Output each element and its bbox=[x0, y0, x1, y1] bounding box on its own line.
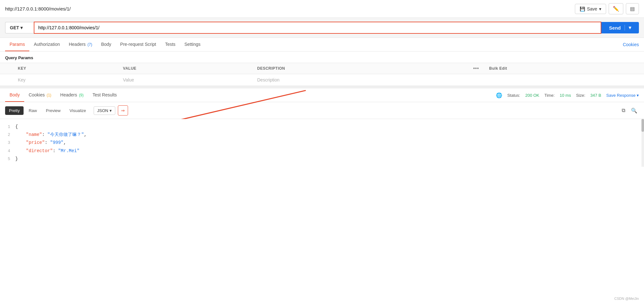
tab-body[interactable]: Body bbox=[97, 38, 116, 51]
response-tab-cookies[interactable]: Cookies (1) bbox=[24, 88, 56, 102]
line-content-5: } bbox=[15, 155, 644, 163]
checkbox-cell bbox=[0, 74, 13, 86]
method-select[interactable]: GET ▾ bbox=[5, 22, 34, 33]
line-number-2: 2 bbox=[0, 131, 15, 138]
save-label: Save bbox=[587, 6, 597, 11]
format-raw-button[interactable]: Raw bbox=[25, 106, 41, 115]
key-price: "price" bbox=[26, 140, 45, 145]
th-checkbox bbox=[0, 63, 13, 74]
cookies-link[interactable]: Cookies bbox=[623, 38, 639, 51]
save-icon: 💾 bbox=[580, 6, 585, 11]
format-visualize-button[interactable]: Visualize bbox=[66, 106, 90, 115]
comment-icon: ▤ bbox=[630, 6, 635, 11]
wrap-button[interactable]: ⇒ bbox=[118, 105, 128, 116]
code-line-3: 3 "price": "999", bbox=[0, 139, 644, 147]
tab-headers[interactable]: Headers (7) bbox=[64, 38, 97, 51]
response-tab-body[interactable]: Body bbox=[5, 88, 24, 102]
status-value: 200 OK bbox=[525, 93, 539, 98]
search-button[interactable]: 🔍 bbox=[629, 106, 639, 115]
right-icons: ⧉ 🔍 bbox=[619, 106, 639, 115]
colon-2: : bbox=[45, 140, 50, 145]
json-format-select[interactable]: JSON ▾ bbox=[94, 106, 115, 115]
method-caret-icon: ▾ bbox=[20, 25, 23, 30]
tab-params[interactable]: Params bbox=[5, 38, 29, 51]
status-label: Status: bbox=[507, 93, 520, 98]
code-line-2: 2 "name": "今天你做了嘛？", bbox=[0, 131, 644, 139]
tab-pre-request[interactable]: Pre-request Script bbox=[116, 38, 161, 51]
format-pretty-button[interactable]: Pretty bbox=[5, 106, 24, 115]
key-director: "director" bbox=[26, 148, 53, 153]
edit-icon: ✏️ bbox=[613, 6, 619, 11]
query-params-section: Query Params KEY VALUE DESCRIPTION ••• B… bbox=[0, 52, 644, 86]
th-description: DESCRIPTION bbox=[252, 63, 468, 74]
time-label: Time: bbox=[544, 93, 555, 98]
key-name: "name" bbox=[26, 132, 42, 137]
size-label: Size: bbox=[576, 93, 585, 98]
code-area: 1 { 2 "name": "今天你做了嘛？", 3 "price": "999… bbox=[0, 119, 644, 167]
top-bar: http://127.0.0.1:8000/movies/1/ 💾 Save ▾… bbox=[0, 0, 644, 18]
line-content-4: "director": "Mr.Mei" bbox=[15, 147, 644, 155]
save-button[interactable]: 💾 Save ▾ bbox=[575, 4, 606, 14]
response-area: Body Cookies (1) Headers (9) Test Result… bbox=[0, 86, 644, 167]
response-tab-headers[interactable]: Headers (9) bbox=[56, 88, 88, 102]
top-bar-actions: 💾 Save ▾ ✏️ ▤ bbox=[575, 3, 639, 14]
scrollbar-thumb bbox=[641, 119, 644, 132]
query-params-title: Query Params bbox=[0, 52, 644, 63]
json-label: JSON bbox=[97, 108, 108, 113]
val-director: "Mr.Mei" bbox=[58, 148, 79, 153]
th-value: VALUE bbox=[118, 63, 252, 74]
line-number-3: 3 bbox=[0, 139, 15, 146]
copy-icon: ⧉ bbox=[622, 108, 625, 113]
size-value: 347 B bbox=[590, 93, 601, 98]
copy-button[interactable]: ⧉ bbox=[619, 106, 628, 115]
line-number-5: 5 bbox=[0, 155, 15, 163]
val-price: "999" bbox=[50, 140, 63, 145]
format-preview-button[interactable]: Preview bbox=[42, 106, 64, 115]
line-content-1: { bbox=[15, 123, 644, 131]
tabs-bar: Params Authorization Headers (7) Body Pr… bbox=[0, 38, 644, 52]
code-line-1: 1 { bbox=[0, 123, 644, 131]
method-label: GET bbox=[10, 25, 19, 30]
params-table: KEY VALUE DESCRIPTION ••• Bulk Edit Key … bbox=[0, 63, 644, 86]
row-bulk bbox=[484, 74, 644, 86]
tab-settings[interactable]: Settings bbox=[180, 38, 205, 51]
time-value: 10 ms bbox=[560, 93, 571, 98]
send-button[interactable]: Send ▾ bbox=[601, 22, 639, 33]
description-placeholder[interactable]: Description bbox=[252, 74, 468, 86]
tab-authorization[interactable]: Authorization bbox=[29, 38, 64, 51]
line-number-1: 1 bbox=[0, 123, 15, 130]
url-input[interactable] bbox=[34, 22, 601, 34]
top-bar-url: http://127.0.0.1:8000/movies/1/ bbox=[5, 6, 71, 11]
send-divider bbox=[625, 25, 625, 31]
wrap-icon: ⇒ bbox=[121, 108, 125, 113]
colon-3: : bbox=[53, 148, 58, 153]
search-icon: 🔍 bbox=[631, 108, 637, 114]
params-placeholder-row: Key Value Description bbox=[0, 74, 644, 86]
send-caret-icon: ▾ bbox=[629, 25, 631, 31]
value-placeholder[interactable]: Value bbox=[118, 74, 252, 86]
th-bulk-edit[interactable]: Bulk Edit bbox=[484, 63, 644, 74]
tab-tests[interactable]: Tests bbox=[161, 38, 180, 51]
comment-button[interactable]: ▤ bbox=[626, 3, 639, 14]
key-placeholder[interactable]: Key bbox=[13, 74, 118, 86]
globe-icon: 🌐 bbox=[496, 92, 502, 98]
comma-1: , bbox=[84, 132, 87, 137]
th-actions: ••• bbox=[468, 63, 484, 74]
more-options-icon: ••• bbox=[473, 66, 479, 71]
val-name: "今天你做了嘛？" bbox=[47, 132, 84, 137]
response-tabs-bar: Body Cookies (1) Headers (9) Test Result… bbox=[0, 88, 644, 102]
code-line-4: 4 "director": "Mr.Mei" bbox=[0, 147, 644, 155]
edit-button[interactable]: ✏️ bbox=[609, 3, 623, 14]
line-content-3: "price": "999", bbox=[15, 139, 644, 147]
save-response-button[interactable]: Save Response ▾ bbox=[606, 93, 639, 98]
save-response-caret-icon: ▾ bbox=[637, 93, 639, 98]
comma-2: , bbox=[63, 140, 66, 145]
line-number-4: 4 bbox=[0, 147, 15, 155]
colon-1: : bbox=[42, 132, 47, 137]
vertical-scrollbar[interactable] bbox=[641, 119, 644, 167]
row-actions bbox=[468, 74, 484, 86]
request-bar: GET ▾ Send ▾ bbox=[0, 18, 644, 38]
response-tab-test-results[interactable]: Test Results bbox=[88, 88, 121, 102]
th-key: KEY bbox=[13, 63, 118, 74]
json-caret-icon: ▾ bbox=[110, 108, 112, 113]
